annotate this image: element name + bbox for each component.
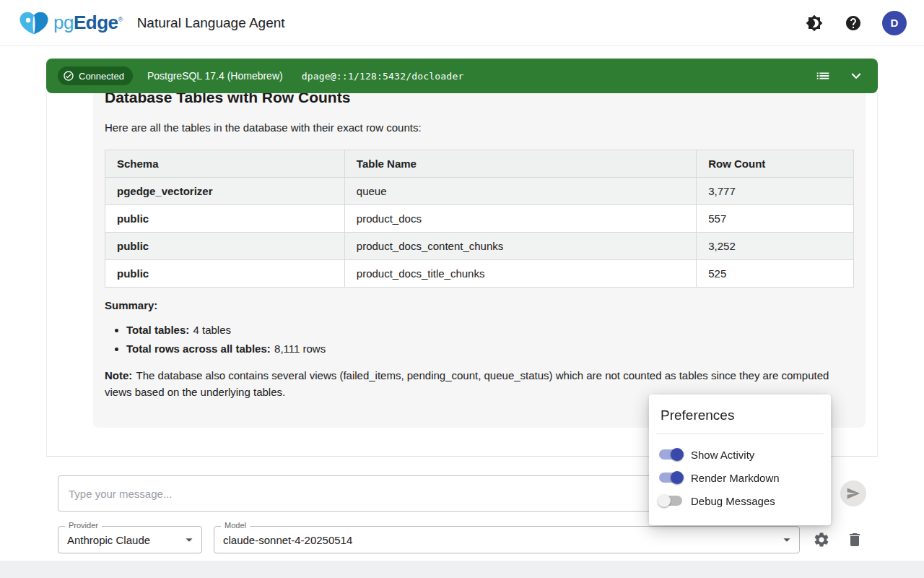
- toggle-render-markdown[interactable]: Render Markdown: [649, 466, 831, 489]
- list-icon: [815, 68, 831, 84]
- cell-table-name: product_docs: [344, 204, 696, 232]
- gear-icon: [813, 531, 830, 548]
- header-actions: D: [804, 11, 907, 35]
- status-badge-label: Connected: [79, 71, 124, 82]
- dark-mode-icon: [806, 14, 823, 32]
- composer-icon-buttons: [811, 530, 866, 550]
- table-row: pgedge_vectorizer queue 3,777: [105, 177, 854, 204]
- provider-select-value: Anthropic Claude: [67, 534, 150, 546]
- summary-label: Summary:: [105, 298, 854, 314]
- model-select-value: claude-sonnet-4-20250514: [223, 534, 352, 546]
- clear-chat-button[interactable]: [845, 530, 865, 550]
- column-header-schema: Schema: [105, 150, 345, 177]
- logo-text-edge: Edge: [74, 12, 118, 33]
- connection-bar-actions: [813, 66, 866, 86]
- pgedge-logo-icon: [17, 9, 51, 37]
- model-select[interactable]: Model claude-sonnet-4-20250514: [214, 526, 800, 553]
- logo-text-pg: pg: [53, 12, 74, 33]
- cell-schema: public: [105, 232, 345, 259]
- trash-icon: [846, 531, 863, 548]
- toggle-label: Debug Messages: [691, 495, 775, 507]
- provider-select[interactable]: Provider Anthropic Claude: [58, 526, 202, 553]
- cell-schema: public: [105, 259, 345, 287]
- toggle-label: Render Markdown: [691, 472, 780, 484]
- cell-schema: pgedge_vectorizer: [105, 177, 345, 204]
- list-item: Total rows across all tables:8,111 rows: [126, 342, 854, 355]
- connection-list-button[interactable]: [813, 66, 833, 86]
- table-row: public product_docs 557: [105, 204, 854, 232]
- preferences-title: Preferences: [649, 394, 831, 434]
- page-title: Natural Language Agent: [137, 15, 285, 31]
- connection-bar: Connected PostgreSQL 17.4 (Homebrew) dpa…: [46, 59, 878, 93]
- cell-row-count: 3,777: [697, 177, 854, 204]
- pgedge-logo: pgEdge®: [17, 9, 123, 37]
- table-row: public product_docs_title_chunks 525: [105, 259, 854, 287]
- list-item: Total tables:4 tables: [126, 324, 854, 336]
- provider-select-label: Provider: [65, 521, 102, 530]
- connection-collapse-button[interactable]: [846, 66, 866, 86]
- toggle-label: Show Activity: [691, 449, 754, 461]
- bullet-label: Total rows across all tables:: [126, 342, 271, 355]
- pgedge-wordmark: pgEdge®: [53, 12, 123, 34]
- cell-table-name: queue: [344, 177, 696, 204]
- table-header-row: Schema Table Name Row Count: [105, 150, 854, 177]
- connection-string: dpage@::1/128:5432/docloader: [302, 71, 464, 82]
- assistant-message: Database Tables with Row Counts Here are…: [93, 93, 866, 428]
- message-intro: Here are all the tables in the database …: [105, 120, 854, 137]
- server-version-label: PostgreSQL 17.4 (Homebrew): [147, 70, 283, 82]
- logo-registered-mark: ®: [118, 16, 123, 23]
- preferences-popup: Preferences Show Activity Render Markdow…: [649, 394, 831, 525]
- cell-row-count: 525: [697, 259, 854, 287]
- composer-controls-row: Provider Anthropic Claude Model claude-s…: [58, 526, 866, 553]
- debug-messages-switch[interactable]: [659, 496, 682, 506]
- cell-table-name: product_docs_content_chunks: [344, 232, 696, 259]
- model-select-label: Model: [221, 521, 250, 530]
- row-counts-table: Schema Table Name Row Count pgedge_vecto…: [105, 150, 854, 288]
- bullet-value: 4 tables: [193, 324, 231, 336]
- bullet-label: Total tables:: [126, 324, 189, 336]
- dropdown-arrow-icon: [181, 532, 197, 548]
- help-icon: [845, 14, 862, 32]
- note-label: Note:: [105, 369, 132, 381]
- dropdown-arrow-icon: [779, 532, 795, 548]
- bullet-value: 8,111 rows: [274, 342, 326, 355]
- send-button[interactable]: [840, 480, 866, 506]
- message-heading: Database Tables with Row Counts: [105, 93, 854, 107]
- cell-table-name: product_docs_title_chunks: [344, 259, 696, 287]
- render-markdown-switch[interactable]: [659, 473, 682, 483]
- send-icon: [846, 486, 860, 501]
- app-header: pgEdge® Natural Language Agent D: [0, 0, 924, 46]
- cell-row-count: 3,252: [697, 232, 854, 259]
- chevron-down-icon: [847, 66, 866, 85]
- toggle-show-activity[interactable]: Show Activity: [649, 443, 831, 466]
- dark-mode-toggle-button[interactable]: [804, 13, 824, 33]
- check-circle-icon: [63, 70, 74, 82]
- note-text: The database also contains several views…: [105, 369, 829, 398]
- summary-list: Total tables:4 tables Total rows across …: [105, 324, 854, 355]
- status-badge: Connected: [58, 66, 133, 85]
- show-activity-switch[interactable]: [659, 449, 682, 460]
- user-avatar[interactable]: D: [882, 11, 907, 35]
- preferences-divider: [656, 434, 824, 434]
- cell-row-count: 557: [697, 204, 854, 232]
- column-header-row-count: Row Count: [697, 150, 854, 177]
- settings-button[interactable]: [811, 530, 832, 550]
- cell-schema: public: [105, 204, 345, 232]
- table-row: public product_docs_content_chunks 3,252: [105, 232, 854, 259]
- toggle-debug-messages[interactable]: Debug Messages: [649, 489, 831, 512]
- help-button[interactable]: [843, 13, 863, 33]
- column-header-table-name: Table Name: [344, 150, 696, 177]
